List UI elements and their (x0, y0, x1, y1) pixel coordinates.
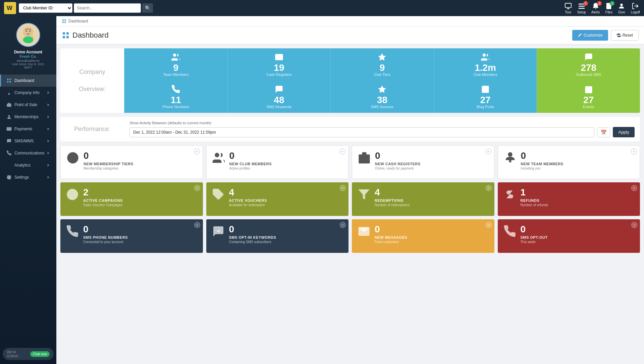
refunds-widget-icon (503, 188, 517, 202)
sidebar-item-analytics[interactable]: Analytics (0, 159, 56, 171)
reset-button[interactable]: Reset (611, 30, 639, 41)
widget-new-membership-tiers: × 0 NEW MEMBERSHIP TIERS Membership cate… (60, 145, 203, 179)
sidebar-item-communications[interactable]: Communications (0, 147, 56, 159)
give-nav-item[interactable]: Give (618, 2, 625, 14)
point-of-sale-icon (6, 102, 12, 107)
tour-label: Tour (565, 10, 571, 14)
chat-now-button[interactable]: Chat now (30, 351, 50, 357)
sidebar-item-memberships[interactable]: Memberships (0, 111, 56, 123)
overview-tile-team-members[interactable]: 9 Team Members (124, 48, 227, 81)
overview-label: Company Overview: (60, 48, 124, 113)
logoff-nav-item[interactable]: Logoff (631, 2, 640, 14)
sms-keywords-tile-icon (274, 85, 284, 94)
overview-tile-outbound-sms[interactable]: 278 Outbound SMS (537, 48, 640, 81)
overview-tile-club-tiers[interactable]: 9 Club Tiers (330, 48, 434, 81)
close-team-members[interactable]: × (631, 148, 637, 154)
company-overview-section: Company Overview: 9 Team Members (60, 48, 640, 113)
close-redemptions[interactable]: × (486, 185, 492, 191)
cash-registers-tile-icon (274, 52, 284, 62)
svg-rect-29 (63, 36, 65, 38)
communications-icon (6, 150, 12, 156)
member-id-dropdown[interactable]: Club Member ID: (19, 3, 72, 13)
svg-point-48 (67, 189, 78, 200)
svg-point-6 (23, 27, 34, 37)
tour-nav-item[interactable]: Tour (565, 2, 572, 14)
search-button[interactable]: 🔍 (142, 3, 153, 13)
close-active-campaigns[interactable]: × (194, 185, 200, 191)
close-active-vouchers[interactable]: × (340, 185, 346, 191)
page-title-icon (62, 31, 70, 39)
redemptions-widget-icon (357, 188, 371, 202)
main-content: Dashboard Dashboard Customize Reset (56, 16, 644, 364)
team-members-tile-icon (171, 52, 180, 62)
overview-tile-blog-posts[interactable]: 27 Blog Posts (434, 81, 537, 113)
close-sms-phone-numbers[interactable]: × (194, 222, 200, 228)
company-info-icon (6, 90, 12, 95)
top-navigation: W Club Member ID: 🔍 Tour 1 Setup 2 Alert… (0, 0, 644, 16)
cash-registers-widget-icon (358, 151, 371, 166)
overview-tile-club-members[interactable]: 1.2m Club Members (434, 48, 537, 81)
reset-icon (616, 33, 621, 38)
sms-phone-numbers-widget-icon (66, 225, 79, 239)
chat-status-text: We're Online! (7, 350, 28, 358)
sidebar-item-settings[interactable]: Settings (0, 171, 56, 183)
date-range-label: Show Activity Between (defaults to curre… (129, 121, 635, 125)
setup-nav-item[interactable]: 1 Setup (577, 2, 586, 14)
widget-row-1: × 0 NEW MEMBERSHIP TIERS Membership cate… (60, 145, 640, 179)
sidebar-item-company-info[interactable]: Company Info (0, 87, 56, 99)
sidebar-item-point-of-sale[interactable]: Point of Sale (0, 99, 56, 111)
date-range-input[interactable] (129, 127, 594, 137)
files-nav-item[interactable]: 1 Files (605, 2, 612, 14)
widget-sms-opt-out: × 0 SMS OPT-OUT This week (498, 219, 640, 253)
overview-tile-sms-keywords[interactable]: 48 SMS Keywords (227, 81, 331, 113)
top-nav-left: W Club Member ID: 🔍 (4, 2, 153, 14)
alerts-nav-item[interactable]: 2 Alerts (591, 2, 600, 14)
close-sms-opt-in[interactable]: × (340, 222, 346, 228)
breadcrumb-icon (62, 19, 66, 24)
payments-icon (6, 126, 12, 132)
team-members-widget-icon (503, 151, 517, 166)
svg-point-16 (8, 115, 10, 117)
blog-posts-tile-icon (481, 85, 490, 94)
sidebar-item-payments[interactable]: Payments (0, 123, 56, 135)
overview-tile-sms-sources[interactable]: 38 SMS Sources (330, 81, 434, 113)
svg-rect-30 (66, 36, 69, 38)
svg-rect-47 (509, 159, 511, 162)
sms-opt-in-widget-icon (212, 225, 225, 239)
avatar (16, 23, 40, 47)
overview-tile-cash-registers[interactable]: 19 Cash Registers (227, 48, 331, 81)
close-refunds[interactable]: × (631, 185, 637, 191)
sidebar-item-dashboard[interactable]: Dashboard (0, 75, 56, 87)
svg-rect-28 (66, 32, 69, 35)
svg-rect-11 (7, 79, 9, 80)
svg-rect-3 (579, 6, 585, 7)
alerts-label: Alerts (591, 10, 600, 14)
analytics-chevron (46, 163, 51, 168)
overview-tile-events[interactable]: 27 Events (537, 81, 640, 113)
search-input[interactable] (74, 3, 141, 13)
close-membership-tiers[interactable]: × (194, 148, 200, 154)
widget-new-cash-registers: × 0 NEW CASH REGISTERS Online, ready for… (352, 145, 494, 179)
settings-icon (6, 175, 12, 180)
overview-tile-phone-numbers[interactable]: 11 Phone Numbers (124, 81, 227, 113)
profile-company: Fresh Co. (20, 54, 37, 58)
sidebar-item-sms-mms[interactable]: SMS/MMS (0, 135, 56, 147)
give-icon (618, 2, 625, 10)
search-bar: Club Member ID: 🔍 (19, 3, 153, 13)
svg-rect-32 (275, 54, 283, 60)
apply-button[interactable]: Apply (613, 127, 635, 137)
svg-rect-12 (9, 79, 11, 80)
close-new-messages[interactable]: × (486, 222, 492, 228)
close-cash-registers[interactable]: × (485, 148, 491, 154)
close-sms-opt-out[interactable]: × (631, 222, 637, 228)
customize-button[interactable]: Customize (572, 30, 608, 41)
calendar-button[interactable]: 📅 (597, 127, 610, 137)
breadcrumb: Dashboard (56, 16, 644, 27)
svg-rect-4 (579, 8, 585, 9)
svg-rect-23 (62, 19, 64, 21)
svg-marker-34 (378, 85, 386, 93)
profile-since: User since: Dec 8, 2021 (12, 62, 44, 66)
setup-label: Setup (577, 10, 586, 14)
close-club-members[interactable]: × (339, 148, 345, 154)
dashboard-content: Company Overview: 9 Team Members (56, 44, 644, 364)
